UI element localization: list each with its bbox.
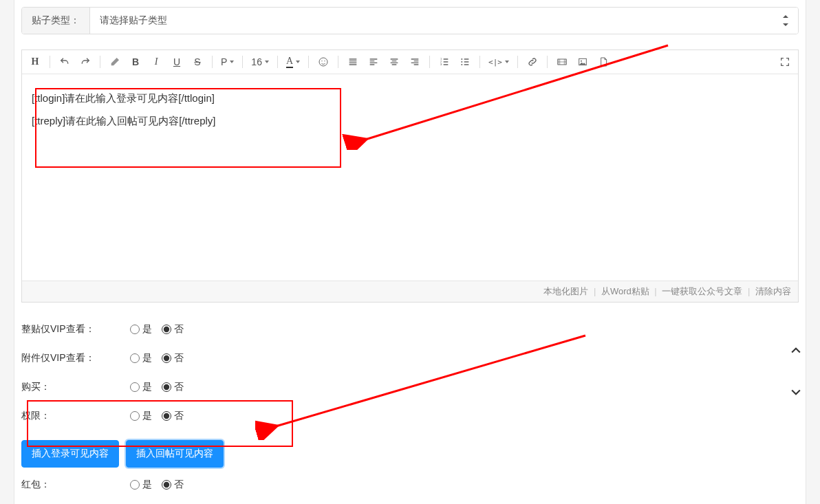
chevron-down-icon [505, 61, 509, 63]
toolbar-divider [100, 56, 100, 68]
fetch-wechat-link[interactable]: 一键获取公众号文章 [662, 286, 742, 296]
chevron-down-icon [789, 385, 803, 399]
chevron-down-icon [296, 61, 300, 63]
unordered-list-button[interactable] [456, 53, 474, 71]
radio-no[interactable]: 否 [162, 352, 184, 364]
radio-input[interactable] [130, 411, 140, 421]
strike-button[interactable]: S [188, 53, 206, 71]
opt-redpack: 红包： 是 否 [21, 470, 799, 499]
post-type-label: 贴子类型： [22, 8, 90, 34]
toolbar-divider [308, 56, 309, 68]
emoji-button[interactable] [314, 53, 332, 71]
code-label: <|> [488, 58, 502, 67]
scroll-down-button[interactable] [786, 385, 806, 399]
editor-line: [ttreply]请在此输入回帖可见内容[/ttreply] [32, 109, 788, 132]
radio-no[interactable]: 否 [162, 381, 184, 393]
align-center-button[interactable] [385, 53, 403, 71]
fullscreen-button[interactable] [776, 53, 794, 71]
align-left-button[interactable] [365, 53, 382, 71]
underline-button[interactable]: U [168, 53, 186, 71]
ordered-list-button[interactable]: 123 [435, 53, 453, 71]
image-button[interactable] [574, 53, 592, 71]
align-justify-button[interactable] [344, 53, 362, 71]
font-color-dropdown[interactable]: A [283, 53, 303, 71]
svg-point-0 [319, 58, 327, 66]
paragraph-dropdown[interactable]: P [218, 53, 237, 71]
heading-button[interactable]: H [26, 53, 44, 71]
post-type-row: 贴子类型： 请选择贴子类型 [21, 7, 799, 34]
radio-input[interactable] [130, 382, 140, 392]
font-color-letter: A [286, 56, 293, 68]
radio-input[interactable] [130, 353, 140, 363]
toolbar-divider [547, 56, 548, 68]
radio-input[interactable] [162, 325, 171, 334]
undo-button[interactable] [56, 53, 74, 71]
opt-label: 整贴仅VIP查看： [21, 323, 130, 336]
rich-text-editor: H B I U S P [21, 50, 799, 303]
toolbar-divider [517, 56, 518, 68]
toolbar-divider [479, 56, 480, 68]
post-type-select[interactable]: 请选择贴子类型 [90, 8, 798, 34]
clear-content-link[interactable]: 清除内容 [755, 286, 791, 296]
scroll-up-button[interactable] [786, 344, 806, 358]
radio-no[interactable]: 否 [162, 410, 184, 422]
form-panel: 贴子类型： 请选择贴子类型 H B [14, 0, 806, 504]
undo-icon [59, 56, 70, 67]
link-icon [527, 56, 538, 67]
video-button[interactable] [553, 53, 571, 71]
radio-input[interactable] [162, 480, 171, 490]
fontsize-value: 16 [251, 56, 262, 67]
paragraph-value: P [221, 56, 227, 67]
bold-button[interactable]: B [127, 53, 144, 71]
link-button[interactable] [524, 53, 541, 71]
radio-input[interactable] [162, 382, 171, 392]
align-right-button[interactable] [406, 53, 424, 71]
radio-yes[interactable]: 是 [130, 410, 152, 422]
radio-text: 否 [174, 352, 184, 364]
italic-button[interactable]: I [147, 53, 165, 71]
svg-point-7 [461, 61, 462, 63]
radio-input[interactable] [162, 353, 171, 363]
options-block: 整贴仅VIP查看： 是 否 附件仅VIP查看： 是 否 [21, 315, 799, 504]
radio-input[interactable] [130, 325, 140, 334]
toolbar-divider [212, 56, 213, 68]
chevron-down-icon [265, 61, 269, 63]
chevron-up-icon [789, 344, 803, 358]
code-dropdown[interactable]: <|> [486, 53, 512, 71]
radio-yes[interactable]: 是 [130, 479, 152, 491]
attachment-button[interactable] [594, 53, 612, 71]
clear-format-button[interactable] [106, 53, 124, 71]
radio-yes[interactable]: 是 [130, 323, 152, 336]
svg-point-6 [461, 58, 462, 60]
opt-permission: 权限： 是 否 [21, 402, 799, 430]
radio-text: 否 [174, 479, 184, 491]
redo-button[interactable] [76, 53, 94, 71]
radio-yes[interactable]: 是 [130, 381, 152, 393]
radio-no[interactable]: 否 [162, 479, 184, 491]
radio-no[interactable]: 否 [162, 323, 184, 336]
radio-input[interactable] [162, 411, 171, 421]
paste-word-link[interactable]: 从Word粘贴 [601, 286, 649, 296]
localize-image-link[interactable]: 本地化图片 [543, 286, 588, 296]
page-root: 贴子类型： 请选择贴子类型 H B [0, 0, 820, 504]
svg-text:3: 3 [440, 63, 442, 66]
insert-buttons-row: 插入登录可见内容 插入回帖可见内容 [21, 440, 799, 468]
svg-point-1 [321, 61, 322, 61]
radio-yes[interactable]: 是 [130, 352, 152, 364]
insert-reply-content-button[interactable]: 插入回帖可见内容 [126, 440, 224, 468]
opt-vip-attach: 附件仅VIP查看： 是 否 [21, 344, 799, 373]
radio-text: 是 [142, 352, 152, 364]
editor-footer-bar: 本地化图片 | 从Word粘贴 | 一键获取公众号文章 | 清除内容 [22, 281, 798, 302]
smile-icon [318, 56, 329, 67]
fontsize-dropdown[interactable]: 16 [248, 53, 272, 71]
editor-content-area[interactable]: [ttlogin]请在此输入登录可见内容[/ttlogin] [ttreply]… [22, 74, 798, 281]
radio-input[interactable] [130, 480, 140, 490]
file-icon [598, 56, 609, 67]
toolbar-divider [277, 56, 278, 68]
radio-text: 是 [142, 381, 152, 393]
redo-icon [80, 56, 91, 67]
chevron-down-icon [230, 61, 234, 63]
insert-login-content-button[interactable]: 插入登录可见内容 [21, 440, 119, 468]
opt-vip-post: 整贴仅VIP查看： 是 否 [21, 315, 799, 344]
align-left-icon [368, 56, 379, 67]
